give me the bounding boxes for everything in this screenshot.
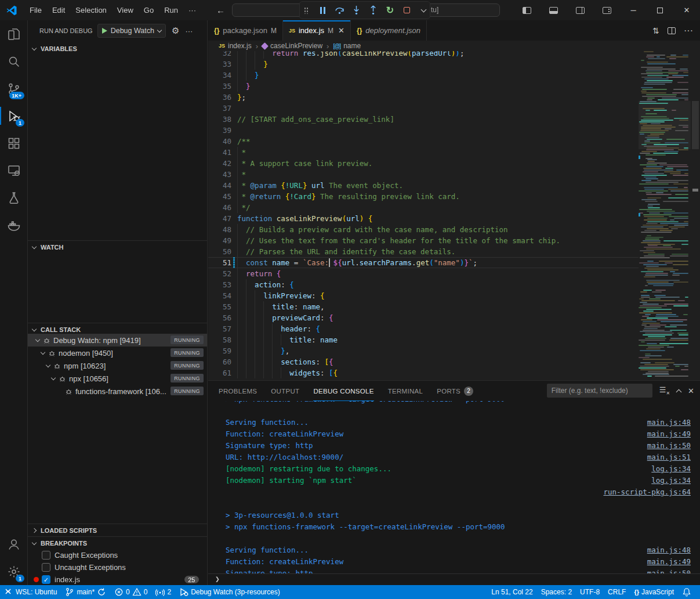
breakpoint-row[interactable]: Uncaught Exceptions <box>28 561 207 573</box>
close-tab-icon[interactable]: ✕ <box>338 26 344 35</box>
panel-tab-debug-console[interactable]: DEBUG CONSOLE <box>313 381 373 401</box>
breakpoint-checkbox[interactable] <box>42 563 50 572</box>
code-editor[interactable]: 32 return res.json(caseLinkPreview(parse… <box>208 51 700 380</box>
tab-package.json[interactable]: {}package.jsonM <box>208 20 283 41</box>
sidebar-more-actions-icon[interactable]: ··· <box>185 27 193 35</box>
maximize-panel-icon[interactable] <box>676 389 682 395</box>
pause-icon[interactable] <box>317 5 329 16</box>
step-over-icon[interactable] <box>334 5 346 16</box>
source-link[interactable]: main.js:49 <box>647 428 691 440</box>
breakpoint-row[interactable]: ✓index.js25 <box>28 573 207 586</box>
layout-customize-icon[interactable] <box>593 0 620 20</box>
activity-item-remote-explorer[interactable] <box>0 157 28 184</box>
expand-chevron-icon[interactable] <box>51 376 56 380</box>
close-window-icon[interactable]: ✕ <box>673 0 700 20</box>
maximize-icon[interactable] <box>647 0 673 20</box>
source-link[interactable]: main.js:49 <box>647 556 691 568</box>
activity-item-accounts[interactable] <box>0 531 28 558</box>
open-changes-icon[interactable]: ⇅ <box>652 26 659 35</box>
step-out-icon[interactable] <box>368 5 379 16</box>
console-filter-input[interactable] <box>547 384 652 398</box>
layout-sidebar-left-icon[interactable] <box>513 0 540 20</box>
debug-settings-gear-icon[interactable]: ⚙ <box>172 26 179 36</box>
menu-run[interactable]: Run <box>159 3 183 17</box>
section-watch[interactable]: WATCH <box>28 240 207 253</box>
call-stack-row[interactable]: Debug Watch: npm [9419]RUNNING <box>28 334 207 347</box>
call-stack-row[interactable]: npm [10623]RUNNING <box>28 359 207 372</box>
activity-item-search[interactable] <box>0 48 28 75</box>
source-link[interactable]: log.js:34 <box>651 475 691 486</box>
section-variables[interactable]: VARIABLES <box>28 42 207 55</box>
restart-icon[interactable]: ↻ <box>385 5 396 16</box>
expand-chevron-icon[interactable] <box>46 363 50 367</box>
toolbar-chevron-down-icon[interactable] <box>418 5 430 16</box>
activity-item-run-debug[interactable]: 1 <box>0 102 28 129</box>
status-ln-51-col-22[interactable]: Ln 51, Col 22 <box>487 585 536 599</box>
source-link[interactable]: main.js:48 <box>647 544 691 556</box>
activity-item-testing[interactable] <box>0 184 28 211</box>
call-stack-row[interactable]: nodemon [9450]RUNNING <box>28 347 207 359</box>
breakpoint-checkbox[interactable] <box>42 551 50 560</box>
stop-icon[interactable] <box>401 5 413 16</box>
activity-item-settings[interactable]: 1 <box>0 558 28 585</box>
breakpoint-row[interactable]: Caught Exceptions <box>28 549 207 561</box>
status-debug[interactable]: Debug Watch (3p-resources) <box>175 585 284 599</box>
layout-sidebar-right-icon[interactable] <box>567 0 593 20</box>
menu-file[interactable]: File <box>24 3 47 17</box>
activity-item-source-control[interactable]: 1K+ <box>0 75 28 102</box>
menu-view[interactable]: View <box>112 3 139 17</box>
status-spaces-2[interactable]: Spaces: 2 <box>537 585 576 599</box>
status-branch[interactable]: main* <box>61 585 110 599</box>
scrollbar-thumb[interactable] <box>692 101 699 149</box>
expand-chevron-icon[interactable] <box>35 337 40 342</box>
menu-moremoremore[interactable]: ··· <box>183 3 201 17</box>
status-broadcast[interactable]: 2 <box>151 585 175 599</box>
debug-console-output[interactable]: > npx functions-framework --target=creat… <box>208 401 700 573</box>
call-stack-row[interactable]: functions-framework [106...RUNNING <box>28 385 207 398</box>
breadcrumb-item[interactable]: name <box>343 42 361 50</box>
toolbar-drag-handle[interactable] <box>300 5 312 16</box>
step-into-icon[interactable] <box>351 5 362 16</box>
menu-go[interactable]: Go <box>139 3 159 17</box>
minimap[interactable] <box>639 51 691 380</box>
call-stack-row[interactable]: npx [10656]RUNNING <box>28 372 207 385</box>
menu-edit[interactable]: Edit <box>47 3 70 17</box>
menu-selection[interactable]: Selection <box>70 3 111 17</box>
breadcrumb-item[interactable]: index.js <box>228 42 252 50</box>
status-utf-8[interactable]: UTF-8 <box>576 585 604 599</box>
start-debug-icon[interactable] <box>102 28 107 34</box>
source-link[interactable]: main.js:50 <box>647 568 691 573</box>
editor-more-actions-icon[interactable]: ··· <box>684 26 693 36</box>
source-link[interactable]: run-script-pkg.js:64 <box>603 486 691 498</box>
overview-ruler[interactable] <box>691 51 700 380</box>
section-loaded-scripts[interactable]: LOADED SCRIPTS <box>28 524 207 536</box>
activity-item-docker[interactable] <box>0 211 28 239</box>
status-crlf[interactable]: CRLF <box>604 585 630 599</box>
panel-tab-ports[interactable]: PORTS2 <box>437 381 473 401</box>
split-editor-icon[interactable] <box>668 27 676 34</box>
filter-clear-icon[interactable]: ☰✕ <box>659 385 670 396</box>
status-error[interactable]: 00 <box>110 585 151 599</box>
section-breakpoints[interactable]: BREAKPOINTS <box>28 536 207 549</box>
minimize-icon[interactable]: ─ <box>620 0 647 20</box>
panel-tab-problems[interactable]: PROBLEMS <box>219 381 257 401</box>
source-link[interactable]: main.js:50 <box>647 440 691 452</box>
breakpoint-checkbox[interactable]: ✓ <box>42 575 50 584</box>
activity-item-extensions[interactable] <box>0 129 28 157</box>
source-link[interactable]: log.js:34 <box>651 463 691 475</box>
source-link[interactable]: main.js:48 <box>647 417 691 428</box>
activity-item-explorer[interactable] <box>0 20 28 48</box>
breadcrumb-item[interactable]: caseLinkPreview <box>270 42 322 50</box>
debug-config-dropdown[interactable]: Debug Watch <box>97 24 166 38</box>
status-remote[interactable]: WSL: Ubuntu <box>0 585 61 599</box>
panel-tab-terminal[interactable]: TERMINAL <box>388 381 423 401</box>
source-link[interactable]: main.js:51 <box>647 452 691 463</box>
debug-console-input[interactable]: ❯ <box>208 573 700 585</box>
panel-tab-output[interactable]: OUTPUT <box>271 381 299 401</box>
close-panel-icon[interactable]: ✕ <box>688 387 694 395</box>
layout-panel-icon[interactable] <box>540 0 567 20</box>
tab-deployment.json[interactable]: {}deployment.json <box>351 20 427 41</box>
status-javascript[interactable]: {}JavaScript <box>630 585 678 599</box>
status-bell[interactable] <box>678 585 695 599</box>
tab-index.js[interactable]: JSindex.jsM✕ <box>283 20 351 41</box>
